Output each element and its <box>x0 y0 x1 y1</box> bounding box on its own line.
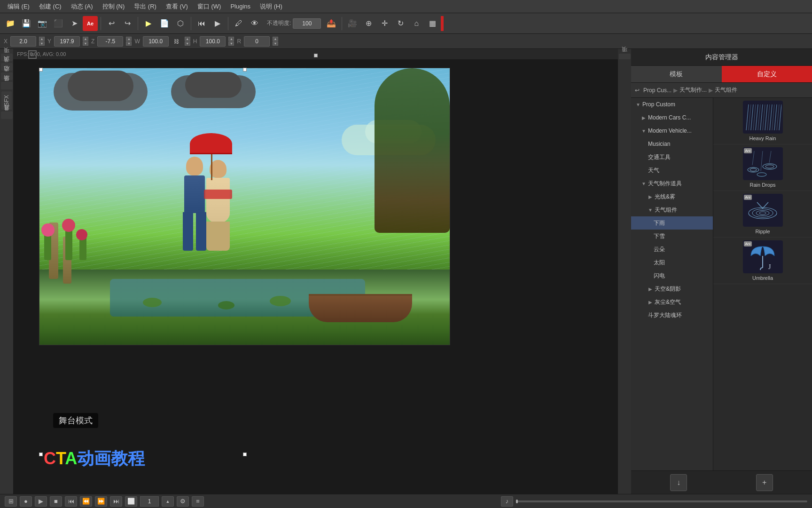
menu-edit[interactable]: 编辑 (E) <box>4 1 33 12</box>
frame-input[interactable] <box>140 496 159 507</box>
home-btn[interactable]: ⌂ <box>409 16 424 31</box>
grid-item-rain-drops[interactable]: Ani <box>713 144 812 191</box>
brush-btn[interactable]: 🖊 <box>231 16 246 31</box>
camera-btn[interactable]: 📷 <box>35 16 50 31</box>
menu-animate[interactable]: 动态 (A) <box>67 1 97 12</box>
stop-btn[interactable]: ● <box>20 496 32 507</box>
x-arrows[interactable]: ▲▼ <box>39 37 45 46</box>
timeline-btn[interactable]: ▦ <box>425 16 440 31</box>
prev-btn[interactable]: ⏮ <box>65 496 77 507</box>
anchor-btn[interactable]: ⊕ <box>361 16 376 31</box>
caption-btn[interactable]: ≡ <box>192 496 204 507</box>
scrubber-handle[interactable] <box>516 500 518 503</box>
move-btn[interactable]: ✛ <box>377 16 392 31</box>
tree-item-light-fog[interactable]: ▶光线&雾 <box>631 190 713 203</box>
tab-custom[interactable]: 自定义 <box>722 66 812 82</box>
sidebar-tab-actors[interactable]: 演员 <box>1 63 13 71</box>
w-arrows[interactable]: ▲▼ <box>185 37 190 46</box>
tree-item-sky-shadow[interactable]: ▶天空&阴影 <box>631 282 713 295</box>
back-btn[interactable]: ⏪ <box>80 496 92 507</box>
select-btn[interactable]: ▶ <box>141 16 156 31</box>
top-handle[interactable] <box>314 54 318 57</box>
h-arrows[interactable]: ▲▼ <box>228 37 234 46</box>
tree-item-sun[interactable]: 太阳 <box>631 256 713 269</box>
grid-item-ripple[interactable]: Ani Ripple <box>713 191 812 238</box>
tree-item-rain[interactable]: 下雨 <box>631 216 713 230</box>
tree-item-snow[interactable]: 下雪 <box>631 230 713 243</box>
record-btn[interactable]: ⬛ <box>51 16 66 31</box>
open-folder-btn[interactable]: 📁 <box>3 16 18 31</box>
tree-item-weather[interactable]: 天气 <box>631 164 713 177</box>
panel-download-btn[interactable]: ↓ <box>670 474 687 491</box>
tree-item-dust-air[interactable]: ▶灰尘&空气 <box>631 295 713 309</box>
tree-item-lightning[interactable]: 闪电 <box>631 269 713 282</box>
next-frame-btn[interactable]: ▶ <box>210 16 225 31</box>
tree-item-modern-cars[interactable]: ▶Modern Cars C... <box>631 111 713 124</box>
menu-help[interactable]: 说明 (H) <box>256 1 286 12</box>
r-arrows[interactable]: ▲▼ <box>273 37 278 46</box>
next-btn[interactable]: ⏭ <box>110 496 122 507</box>
sidebar-tab-items[interactable]: 项 <box>1 54 13 61</box>
camera2-btn[interactable]: 🎥 <box>345 16 360 31</box>
music-btn[interactable]: ♪ <box>501 496 513 507</box>
menu-control[interactable]: 控制 (N) <box>99 1 129 12</box>
handle-bl[interactable] <box>39 452 43 456</box>
save-btn[interactable]: 💾 <box>19 16 34 31</box>
menu-export[interactable]: 导出 (R) <box>130 1 160 12</box>
transform-btn[interactable]: ⬡ <box>173 16 188 31</box>
menu-create[interactable]: 创建 (C) <box>35 1 65 12</box>
opacity-input[interactable] <box>293 18 321 29</box>
undo-btn[interactable]: ↩ <box>104 16 119 31</box>
tree-item-modern-vehicle[interactable]: ▼Modern Vehicle... <box>631 124 713 137</box>
y-input[interactable] <box>54 36 80 47</box>
tree-item-transport[interactable]: 交通工具 <box>631 151 713 164</box>
copy-btn[interactable]: 📄 <box>157 16 172 31</box>
square-btn[interactable]: ■ <box>50 496 62 507</box>
timeline-scrubber[interactable] <box>516 500 807 502</box>
x-input[interactable] <box>10 36 36 47</box>
sidebar-tab-animate[interactable]: 动态 <box>1 72 13 80</box>
r-input[interactable] <box>244 36 270 47</box>
fwd-btn[interactable]: ⏩ <box>95 496 107 507</box>
settings-btn[interactable]: ⚙ <box>177 496 189 507</box>
handle-br[interactable] <box>243 452 247 456</box>
handle-tr[interactable] <box>243 68 247 71</box>
grid-item-heavy-rain[interactable]: Heavy Rain <box>713 98 812 144</box>
menu-plugins[interactable]: Plugins <box>226 2 254 11</box>
rvtab-items[interactable]: 项 <box>619 54 631 59</box>
grid-item-umbrella[interactable]: Ani J Umbrella <box>713 238 812 284</box>
canvas-container[interactable]: 舞台模式 CTA动画教程 <box>13 59 618 494</box>
tab-template[interactable]: 模板 <box>631 66 722 82</box>
breadcrumb-back-btn[interactable]: ↩ <box>635 87 640 94</box>
timeline-grid-btn[interactable]: ⊞ <box>5 496 17 507</box>
menu-view[interactable]: 查看 (V) <box>162 1 192 12</box>
export-btn[interactable]: 📤 <box>324 16 339 31</box>
sidebar-tab-scene[interactable]: 场景 <box>1 82 13 89</box>
ae-btn[interactable]: Ae <box>83 16 98 31</box>
breadcrumb-part2[interactable]: 天气制作... <box>679 86 707 94</box>
y-arrows[interactable]: ▲▼ <box>83 37 88 46</box>
tree-item-weather-props[interactable]: ▼天气制作道具 <box>631 177 713 190</box>
prev-frame-btn[interactable]: ⏮ <box>194 16 209 31</box>
red-btn[interactable] <box>441 16 444 31</box>
play-btn[interactable]: ▶ <box>35 496 47 507</box>
breadcrumb-part1[interactable]: Prop Cus... <box>643 87 671 94</box>
refresh-btn[interactable]: ↻ <box>393 16 408 31</box>
sidebar-tab-props[interactable]: 道具 <box>1 111 13 119</box>
w-lock-btn[interactable]: ⛓ <box>172 36 182 47</box>
w-input[interactable] <box>143 36 169 47</box>
frame-up-btn[interactable]: ▲ <box>162 496 174 507</box>
arrow-btn[interactable]: ➤ <box>67 16 82 31</box>
tree-item-clouds[interactable]: 云朵 <box>631 243 713 256</box>
tree-item-prop-custom[interactable]: ▼Prop Custom <box>631 98 713 111</box>
breadcrumb-part3[interactable]: 天气组件 <box>715 86 737 94</box>
z-input[interactable] <box>97 36 123 47</box>
menu-window[interactable]: 窗口 (W) <box>194 1 225 12</box>
handle-tl[interactable] <box>39 68 43 71</box>
z-arrows[interactable]: ▲▼ <box>126 37 132 46</box>
eye-btn[interactable]: 👁 <box>247 16 262 31</box>
loop-btn[interactable]: ⬜ <box>125 496 137 507</box>
tree-item-musician[interactable]: Musician <box>631 137 713 151</box>
tree-item-soul-ring[interactable]: 斗罗大陆魂环 <box>631 309 713 322</box>
redo-btn[interactable]: ↪ <box>120 16 135 31</box>
